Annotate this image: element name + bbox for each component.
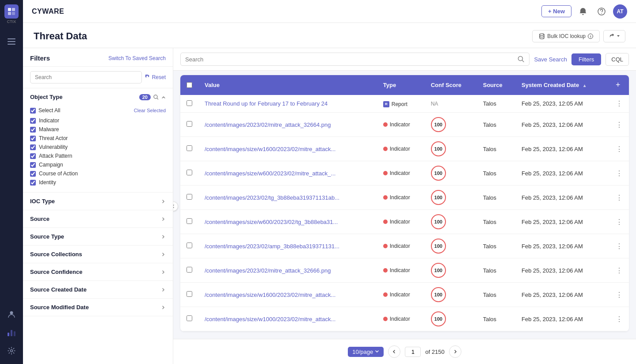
save-search-button[interactable]: Save Search [534, 56, 567, 63]
th-value[interactable]: Value [198, 75, 377, 95]
row-actions[interactable]: ⋮ [609, 283, 629, 307]
filter-section-header-ioc-type[interactable]: IOC Type [23, 193, 173, 210]
row-value[interactable]: /content/images/size/w1000/2023/02/mitre… [198, 307, 377, 331]
filter-item-campaign[interactable]: Campaign [30, 160, 166, 169]
nav-menu-icon[interactable] [4, 34, 19, 49]
row-checkbox[interactable] [187, 243, 192, 248]
row-actions[interactable]: ⋮ [609, 234, 629, 258]
filters-reset-button[interactable]: Reset [145, 74, 166, 80]
share-button[interactable] [603, 30, 625, 42]
row-checkbox[interactable] [187, 315, 192, 321]
table-header-row: Value Type Conf Score Sour [180, 75, 629, 95]
filter-section-header-source-collections[interactable]: Source Collections [23, 246, 173, 263]
user-avatar[interactable]: AT [613, 4, 627, 19]
nav-user-icon[interactable] [4, 307, 19, 322]
row-value[interactable]: /content/images/2023/02/tg_3b88eba319371… [198, 186, 377, 210]
search-input[interactable] [185, 56, 516, 63]
select-all-label[interactable]: Select All [30, 107, 60, 114]
filter-item-threat-actor[interactable]: Threat Actor [30, 134, 166, 143]
row-value[interactable]: /content/images/size/w1600/2023/02/mitre… [198, 137, 377, 161]
th-add-column[interactable]: + [609, 75, 629, 95]
filter-item-attack-pattern[interactable]: Attack Pattern [30, 152, 166, 160]
row-type: Indicator [377, 234, 425, 258]
th-type[interactable]: Type [377, 75, 425, 95]
row-actions[interactable]: ⋮ [609, 258, 629, 283]
row-checkbox[interactable] [187, 170, 192, 175]
row-actions[interactable]: ⋮ [609, 210, 629, 234]
source-collections-label: Source Collections [30, 251, 82, 258]
th-system-created-date[interactable]: System Created Date ▲ [515, 75, 609, 95]
page-number-input[interactable] [405, 347, 421, 357]
row-actions[interactable]: ⋮ [609, 137, 629, 161]
indicator-type-dot [383, 122, 388, 127]
select-all-rows-checkbox[interactable] [187, 82, 192, 88]
th-checkbox [180, 75, 198, 95]
bulk-ioc-button[interactable]: Bulk IOC lookup i [532, 30, 600, 42]
per-page-button[interactable]: 10/page [348, 347, 384, 357]
table-body: Threat Round up for February 17 to Febru… [180, 95, 629, 331]
next-page-button[interactable] [449, 345, 461, 358]
nav-analytics-icon[interactable] [4, 324, 19, 340]
clear-selected-button[interactable]: Clear Selected [134, 108, 166, 113]
row-value[interactable]: /content/images/2023/02/amp_3b88eba31937… [198, 234, 377, 258]
filter-item-identity[interactable]: Identity [30, 178, 166, 187]
chevron-right-source-modified-date-icon [161, 305, 166, 310]
row-value[interactable]: /content/images/2023/02/mitre_attack_326… [198, 258, 377, 283]
row-value[interactable]: Threat Round up for February 17 to Febru… [198, 95, 377, 113]
filter-section-header-source-created-date[interactable]: Source Created Date [23, 281, 173, 298]
row-created-date: Feb 25, 2023, 12:06 AM [515, 283, 609, 307]
row-value[interactable]: /content/images/size/w1600/2023/02/mitre… [198, 283, 377, 307]
row-checkbox-cell [180, 186, 198, 210]
row-value[interactable]: /content/images/size/w600/2023/02/mitre_… [198, 161, 377, 186]
add-column-button[interactable]: + [616, 80, 621, 90]
filter-item-indicator[interactable]: Indicator [30, 116, 166, 125]
filter-section-header-object-type[interactable]: Object Type 20 [23, 88, 173, 106]
filter-section-header-source-modified-date[interactable]: Source Modified Date [23, 299, 173, 316]
row-checkbox[interactable] [187, 218, 192, 224]
chevron-up-icon [161, 95, 166, 99]
row-value[interactable]: /content/images/2023/02/mitre_attack_326… [198, 113, 377, 137]
nav-settings-icon[interactable] [4, 343, 19, 359]
row-conf-score: NA [425, 95, 477, 113]
th-conf-score[interactable]: Conf Score [425, 75, 477, 95]
app-title: CYWARE [32, 8, 64, 15]
th-source[interactable]: Source [477, 75, 515, 95]
filters-search-input[interactable] [30, 71, 142, 83]
notifications-icon[interactable] [576, 4, 590, 19]
row-checkbox[interactable] [187, 267, 192, 273]
row-checkbox[interactable] [187, 194, 192, 200]
switch-saved-search[interactable]: Switch To Saved Search [108, 55, 166, 61]
conf-score-circle: 100 [431, 166, 446, 181]
cql-button[interactable]: CQL [606, 53, 629, 66]
table-row: Threat Round up for February 17 to Febru… [180, 95, 629, 113]
filter-section-source-modified-date: Source Modified Date [23, 299, 173, 316]
row-source: Talos [477, 161, 515, 186]
filter-item-course-of-action[interactable]: Course of Action [30, 169, 166, 178]
row-checkbox[interactable] [187, 100, 192, 106]
select-all-checkbox[interactable] [30, 108, 36, 114]
table-row: /content/images/size/w1600/2023/02/mitre… [180, 137, 629, 161]
new-button[interactable]: + New [541, 5, 571, 17]
filter-section-header-source-type[interactable]: Source Type [23, 228, 173, 245]
row-actions[interactable]: ⋮ [609, 161, 629, 186]
filter-section-header-source[interactable]: Source [23, 210, 173, 228]
table-row: /content/images/size/w1600/2023/02/mitre… [180, 283, 629, 307]
prev-page-button[interactable] [388, 345, 400, 358]
row-value[interactable]: /content/images/size/w600/2023/02/tg_3b8… [198, 210, 377, 234]
help-icon[interactable] [594, 4, 609, 19]
row-actions[interactable]: ⋮ [609, 95, 629, 113]
row-source: Talos [477, 113, 515, 137]
filter-section-header-source-confidence[interactable]: Source Confidence [23, 263, 173, 281]
filters-button[interactable]: Filters [571, 53, 601, 65]
filter-item-malware[interactable]: Malware [30, 125, 166, 134]
row-checkbox[interactable] [187, 145, 192, 151]
row-checkbox[interactable] [187, 121, 192, 127]
row-actions[interactable]: ⋮ [609, 307, 629, 331]
row-checkbox[interactable] [187, 291, 192, 297]
svg-point-14 [540, 34, 544, 35]
row-actions[interactable]: ⋮ [609, 113, 629, 137]
filter-section-source-created-date: Source Created Date [23, 281, 173, 299]
row-actions[interactable]: ⋮ [609, 186, 629, 210]
app-logo-icon[interactable] [4, 4, 19, 19]
filter-item-vulnerability[interactable]: Vulnerability [30, 143, 166, 152]
